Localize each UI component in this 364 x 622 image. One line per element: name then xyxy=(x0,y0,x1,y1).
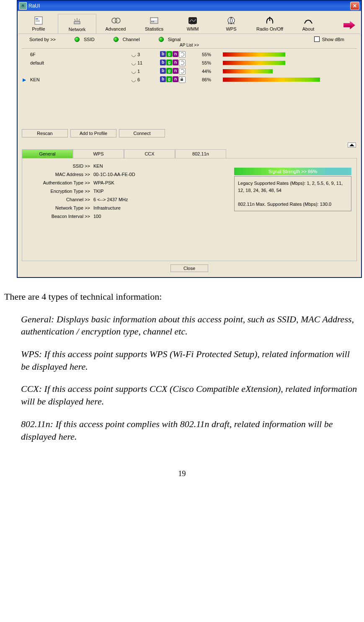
tool-statistics[interactable]: Statistics xyxy=(135,13,173,34)
main-toolbar: ProfileNetworkAdvancedStatisticsQoSWMMWP… xyxy=(18,12,360,34)
refresh-icon xyxy=(179,51,186,58)
ap-mode-icons: bgn xyxy=(160,60,202,66)
tool-label: WMM xyxy=(174,26,212,31)
ap-row[interactable]: 1bgn44% xyxy=(22,67,357,75)
svg-rect-11 xyxy=(151,18,157,20)
raui-window: R RaUI ✕ ProfileNetworkAdvancedStatistic… xyxy=(17,0,362,278)
ap-row[interactable]: 6F3bgn55% xyxy=(22,50,357,59)
mode-g-icon: g xyxy=(166,68,172,74)
svg-rect-4 xyxy=(74,21,80,24)
field-value: 00-1C-10-AA-FE-0D xyxy=(93,172,135,177)
add-to-profile-button[interactable]: Add to Profile xyxy=(70,129,116,137)
wrench-icon xyxy=(131,60,136,65)
tab-general[interactable]: General xyxy=(22,149,73,158)
mode-n-icon: n xyxy=(173,60,178,65)
radio-icon xyxy=(75,37,80,42)
detail-fields: SSID >>KENMAC Address >>00-1C-10-AA-FE-0… xyxy=(27,163,161,256)
close-bar: Close xyxy=(18,264,360,276)
ap-ssid: KEN xyxy=(27,77,131,82)
ap-list: 6F3bgn55%default11bgn55%1bgn44%▶KEN6bgn8… xyxy=(22,49,357,127)
field-value: 100 xyxy=(93,214,101,219)
tool-label: About xyxy=(289,26,327,31)
chevron-up-icon xyxy=(348,143,356,148)
sort-signal[interactable]: Signal xyxy=(159,37,181,42)
ap-signal-bar xyxy=(223,61,336,65)
ap-row[interactable]: default11bgn55% xyxy=(22,59,357,67)
close-button[interactable]: Close xyxy=(170,264,208,272)
tool-wps[interactable]: WPS xyxy=(212,13,250,34)
field-label: Beacon Interval >> xyxy=(27,214,93,219)
selected-icon: ▶ xyxy=(22,77,27,83)
client-area: ProfileNetworkAdvancedStatisticsQoSWMMWP… xyxy=(18,11,361,277)
tab-802-11n[interactable]: 802.11n xyxy=(175,149,226,158)
rates-box: Legacy Supported Rates (Mbps): 1, 2, 5.5… xyxy=(234,176,351,211)
tab-wps[interactable]: WPS xyxy=(73,149,124,158)
action-buttons: Rescan Add to Profile Connect xyxy=(22,129,357,141)
ap-percent: 55% xyxy=(202,52,223,57)
tool-label: WPS xyxy=(212,26,250,31)
doc-wps: WPS: If this access point supports WPS (… xyxy=(21,348,360,373)
tool-wmm[interactable]: QoSWMM xyxy=(173,13,212,34)
field-label: Encryption Type >> xyxy=(27,189,93,194)
refresh-icon xyxy=(179,60,186,66)
field-value: 6 <--> 2437 MHz xyxy=(93,197,128,202)
svg-rect-1 xyxy=(36,18,38,19)
tool-profile[interactable]: Profile xyxy=(19,13,58,34)
connect-button[interactable]: Connect xyxy=(119,129,165,137)
tool-radio-on-off[interactable]: Radio On/Off xyxy=(250,13,289,34)
detail-field: MAC Address >>00-1C-10-AA-FE-0D xyxy=(27,172,161,177)
tool-network[interactable]: Network xyxy=(58,14,96,34)
ap-channel: 1 xyxy=(131,69,160,74)
refresh-icon xyxy=(179,68,186,75)
svg-rect-12 xyxy=(151,21,152,22)
lock-icon xyxy=(179,76,186,83)
mode-n-icon: n xyxy=(173,76,178,82)
ap-percent: 55% xyxy=(202,60,223,65)
field-value: WPA-PSK xyxy=(93,180,114,185)
detail-field: Channel >>6 <--> 2437 MHz xyxy=(27,197,161,202)
mode-g-icon: g xyxy=(166,76,172,82)
mode-b-icon: b xyxy=(160,51,166,57)
sort-ssid[interactable]: SSID xyxy=(75,37,95,42)
svg-line-7 xyxy=(79,19,80,21)
show-dbm-checkbox[interactable]: Show dBm xyxy=(314,36,344,42)
tool-icon xyxy=(251,16,289,26)
checkbox-icon xyxy=(314,36,320,42)
svg-point-9 xyxy=(115,18,120,23)
svg-rect-2 xyxy=(36,20,40,21)
app-icon: R xyxy=(19,2,27,10)
collapse-toggle[interactable] xyxy=(18,143,360,149)
tab-ccx[interactable]: CCX xyxy=(124,149,175,158)
detail-tabs: GeneralWPSCCX802.11n xyxy=(22,149,357,158)
tool-icon xyxy=(58,16,96,26)
ap-channel: 3 xyxy=(131,52,160,57)
field-label: Authentication Type >> xyxy=(27,180,93,185)
svg-rect-3 xyxy=(36,21,40,22)
sort-channel[interactable]: Channel xyxy=(114,37,140,42)
tool-label: Advanced xyxy=(97,26,134,31)
tool-label: Profile xyxy=(20,26,57,31)
next-arrow-icon[interactable] xyxy=(343,21,359,34)
tool-icon xyxy=(289,16,327,26)
tool-icon xyxy=(97,16,134,26)
mode-n-icon: n xyxy=(173,51,178,57)
rescan-button[interactable]: Rescan xyxy=(22,129,68,137)
svg-line-6 xyxy=(75,19,75,21)
close-icon[interactable]: ✕ xyxy=(350,2,359,10)
titlebar: R RaUI ✕ xyxy=(18,1,361,11)
mode-b-icon: b xyxy=(160,68,166,74)
tool-about[interactable]: About xyxy=(289,13,328,34)
radio-icon xyxy=(114,37,119,42)
ap-signal-bar xyxy=(223,69,336,73)
tool-icon xyxy=(212,16,250,26)
ap-percent: 86% xyxy=(202,77,223,82)
tool-advanced[interactable]: Advanced xyxy=(96,13,135,34)
field-label: Network Type >> xyxy=(27,205,93,210)
field-value: KEN xyxy=(93,163,103,168)
wrench-icon xyxy=(131,52,136,57)
detail-field: Beacon Interval >>100 xyxy=(27,214,161,219)
ap-row[interactable]: ▶KEN6bgn86% xyxy=(22,75,357,84)
mode-g-icon: g xyxy=(166,51,172,57)
detail-field: SSID >>KEN xyxy=(27,163,161,168)
tool-label: Statistics xyxy=(135,26,173,31)
